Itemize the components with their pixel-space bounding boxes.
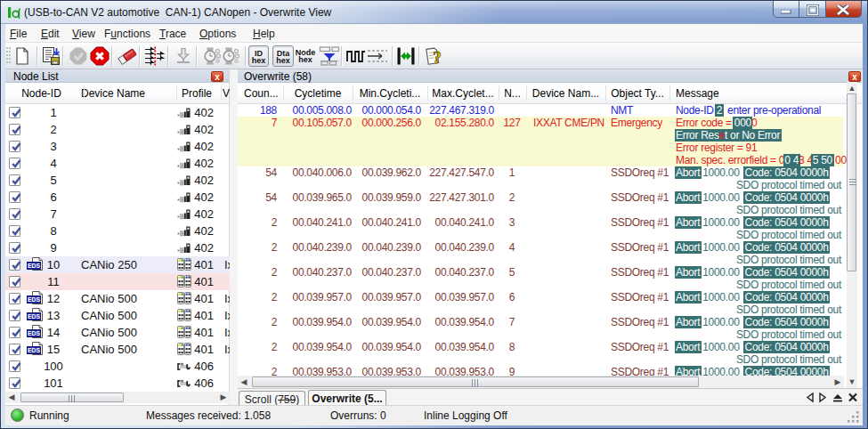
svg-text:?: ? bbox=[433, 48, 442, 67]
